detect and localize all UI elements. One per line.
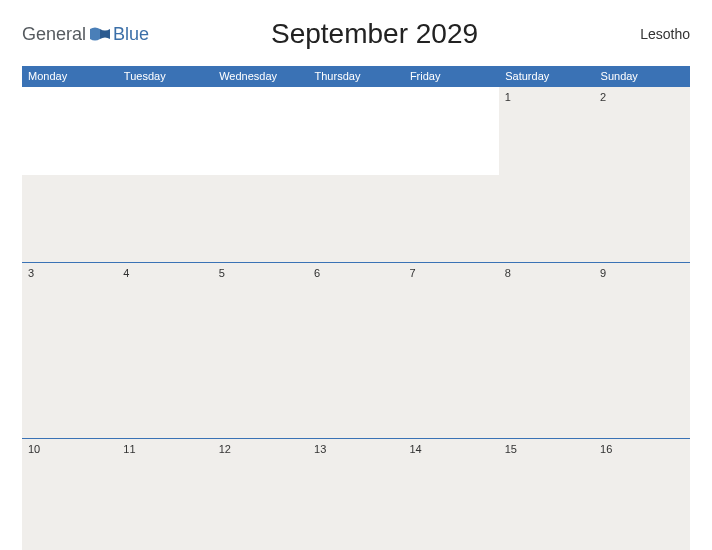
day-cell: 6 xyxy=(308,263,403,351)
day-cell xyxy=(403,87,498,175)
day-cell: 10 xyxy=(22,439,117,527)
day-cell: 2 xyxy=(594,87,689,175)
region-label: Lesotho xyxy=(600,26,690,42)
day-body xyxy=(22,527,117,551)
day-body xyxy=(117,175,212,263)
weekday-header: Monday xyxy=(22,66,117,87)
day-cell: 13 xyxy=(308,439,403,527)
weekday-header: Saturday xyxy=(499,66,594,87)
day-cell: 12 xyxy=(213,439,308,527)
day-body xyxy=(213,175,308,263)
weekday-header: Thursday xyxy=(308,66,403,87)
page-title: September 2029 xyxy=(149,18,600,50)
calendar-grid: Monday Tuesday Wednesday Thursday Friday… xyxy=(22,66,690,550)
day-body xyxy=(403,527,498,551)
wave-icon xyxy=(90,26,110,42)
week-body-row xyxy=(22,351,690,439)
day-body xyxy=(308,175,403,263)
day-body xyxy=(594,175,689,263)
day-cell: 14 xyxy=(403,439,498,527)
day-body xyxy=(499,527,594,551)
day-cell: 16 xyxy=(594,439,689,527)
week-body-row xyxy=(22,175,690,263)
weekday-header: Wednesday xyxy=(213,66,308,87)
day-cell: 3 xyxy=(22,263,117,351)
day-body xyxy=(213,351,308,439)
day-cell: 1 xyxy=(499,87,594,175)
day-cell xyxy=(117,87,212,175)
weekday-header: Friday xyxy=(403,66,498,87)
logo-text-general: General xyxy=(22,24,86,45)
day-body xyxy=(499,351,594,439)
day-body xyxy=(403,351,498,439)
day-cell: 15 xyxy=(499,439,594,527)
week-date-row: 12 xyxy=(22,87,690,175)
day-body xyxy=(594,351,689,439)
day-cell xyxy=(308,87,403,175)
day-cell: 11 xyxy=(117,439,212,527)
week-body-row xyxy=(22,527,690,551)
header: General Blue September 2029 Lesotho xyxy=(22,12,690,56)
day-cell xyxy=(213,87,308,175)
day-body xyxy=(22,175,117,263)
day-cell: 8 xyxy=(499,263,594,351)
day-body xyxy=(213,527,308,551)
logo-text-blue: Blue xyxy=(113,24,149,45)
day-body xyxy=(594,527,689,551)
week-date-row: 3456789 xyxy=(22,263,690,351)
day-body xyxy=(499,175,594,263)
day-body xyxy=(308,351,403,439)
week-date-row: 10111213141516 xyxy=(22,439,690,527)
day-body xyxy=(403,175,498,263)
day-cell: 7 xyxy=(403,263,498,351)
day-body xyxy=(117,351,212,439)
weekday-header: Sunday xyxy=(594,66,689,87)
weekday-header: Tuesday xyxy=(117,66,212,87)
logo: General Blue xyxy=(22,24,149,45)
day-cell: 4 xyxy=(117,263,212,351)
day-body xyxy=(117,527,212,551)
day-cell xyxy=(22,87,117,175)
day-cell: 9 xyxy=(594,263,689,351)
day-body xyxy=(22,351,117,439)
weekday-header-row: Monday Tuesday Wednesday Thursday Friday… xyxy=(22,66,690,87)
day-body xyxy=(308,527,403,551)
day-cell: 5 xyxy=(213,263,308,351)
